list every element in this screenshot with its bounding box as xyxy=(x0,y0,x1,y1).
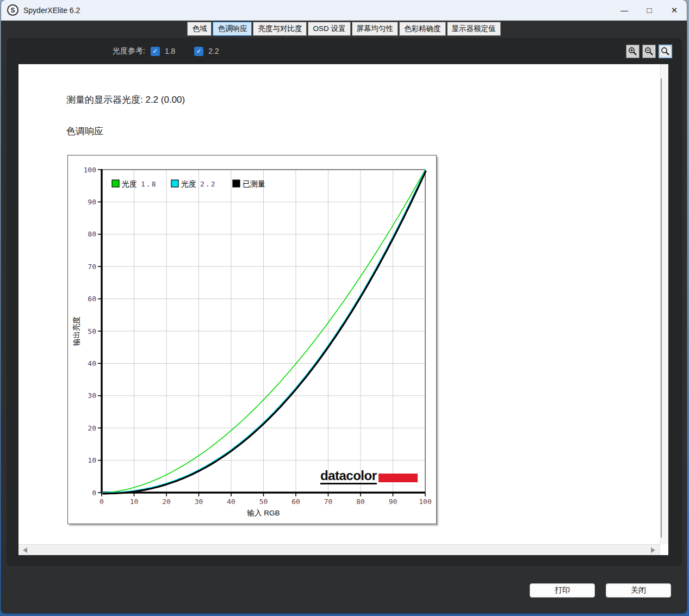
x-tick-label: 100 xyxy=(419,497,431,506)
x-tick-label: 60 xyxy=(291,497,300,506)
tone-response-chart: 0102030405060708090100010203040506070809… xyxy=(67,155,437,524)
measured-gamma-text: 测量的显示器光度: 2.2 (0.00) xyxy=(66,94,185,106)
print-button[interactable]: 打印 xyxy=(530,583,595,598)
x-tick-label: 90 xyxy=(389,497,398,506)
luminance-checkbox-label-1.8: 1.8 xyxy=(165,47,175,55)
legend-swatch-1 xyxy=(171,180,178,187)
vertical-scrollbar-thumb[interactable] xyxy=(661,78,662,538)
luminance-checkbox-2.2[interactable]: ✓ xyxy=(194,47,203,56)
window-controls: — □ ✕ xyxy=(612,0,687,20)
x-tick-label: 0 xyxy=(100,497,104,506)
app-window: S SpyderXElite 6.2 — □ ✕ 色域色调响应亮度与对比度OSD… xyxy=(1,0,687,613)
spyder-logo-icon: S xyxy=(7,4,18,16)
title-bar: S SpyderXElite 6.2 — □ ✕ xyxy=(1,0,687,21)
tab-2[interactable]: 亮度与对比度 xyxy=(253,22,307,36)
tab-0[interactable]: 色域 xyxy=(187,22,212,36)
x-tick-label: 40 xyxy=(227,497,235,506)
curve-2 xyxy=(102,171,426,494)
y-tick-label: 100 xyxy=(84,166,96,174)
legend-swatch-0 xyxy=(112,180,119,187)
zoom-button-group xyxy=(626,45,672,58)
maximize-button[interactable]: □ xyxy=(637,0,662,20)
vertical-scrollbar[interactable] xyxy=(660,64,668,544)
y-tick-label: 50 xyxy=(88,327,96,335)
zoom-out-icon xyxy=(644,47,654,56)
tab-3[interactable]: OSD 设置 xyxy=(308,22,350,36)
y-axis-title: 输出亮度 xyxy=(72,316,80,346)
datacolor-logo: datacolor xyxy=(320,469,418,484)
x-tick-label: 20 xyxy=(162,497,171,506)
luminance-checkbox-group: ✓1.8✓2.2 xyxy=(145,47,233,56)
toolbar: 光度参考: ✓1.8✓2.2 xyxy=(7,38,682,64)
scrollbar-corner xyxy=(660,544,668,555)
zoom-in-button[interactable] xyxy=(626,45,640,58)
close-button[interactable]: 关闭 xyxy=(606,583,671,598)
close-window-button[interactable]: ✕ xyxy=(662,0,687,20)
zoom-fit-icon xyxy=(661,47,670,56)
minimize-button[interactable]: — xyxy=(612,0,637,20)
y-tick-label: 70 xyxy=(88,263,96,271)
y-tick-label: 30 xyxy=(88,391,96,400)
x-tick-label: 70 xyxy=(324,497,333,506)
zoom-in-icon xyxy=(628,47,637,56)
zoom-out-button[interactable] xyxy=(642,45,656,58)
x-axis-title: 输入 RGB xyxy=(246,509,280,517)
tab-1[interactable]: 色调响应 xyxy=(213,22,252,36)
datacolor-red-bar-icon xyxy=(378,474,418,482)
x-tick-label: 30 xyxy=(195,497,203,506)
x-tick-label: 80 xyxy=(356,497,365,506)
window-title: SpyderXElite 6.2 xyxy=(23,6,80,15)
y-tick-label: 60 xyxy=(88,295,96,303)
y-tick-label: 10 xyxy=(88,456,96,464)
horizontal-scrollbar[interactable] xyxy=(18,544,668,555)
section-title: 色调响应 xyxy=(66,125,103,138)
legend-swatch-2 xyxy=(233,180,240,187)
legend-label-0: 光度1.8 xyxy=(122,179,157,188)
y-tick-label: 20 xyxy=(88,424,96,432)
y-tick-label: 0 xyxy=(92,489,96,497)
tab-bar: 色域色调响应亮度与对比度OSD 设置屏幕均匀性色彩精确度显示器额定值 xyxy=(1,22,687,36)
zoom-fit-button[interactable] xyxy=(659,45,672,58)
report-page: 测量的显示器光度: 2.2 (0.00) 色调响应 01020304050607… xyxy=(18,64,668,555)
luminance-checkbox-1.8[interactable]: ✓ xyxy=(151,47,160,56)
tab-6[interactable]: 显示器额定值 xyxy=(447,22,501,36)
tab-4[interactable]: 屏幕均匀性 xyxy=(352,22,399,36)
content-panel: 光度参考: ✓1.8✓2.2 测量的显示器光度: 2.2 (0.00) 色调响应… xyxy=(7,38,682,566)
scroll-right-arrow-icon[interactable] xyxy=(651,547,655,553)
y-tick-label: 80 xyxy=(88,230,96,238)
luminance-reference-label: 光度参考: xyxy=(113,46,145,56)
datacolor-wordmark: datacolor xyxy=(320,469,377,484)
y-tick-label: 40 xyxy=(88,359,96,368)
tab-5[interactable]: 色彩精确度 xyxy=(399,22,446,36)
legend-label-2: 已测量 xyxy=(243,179,265,188)
scroll-left-arrow-icon[interactable] xyxy=(23,547,27,553)
luminance-checkbox-label-2.2: 2.2 xyxy=(208,47,219,55)
x-tick-label: 10 xyxy=(130,497,139,506)
y-tick-label: 90 xyxy=(88,198,96,206)
x-tick-label: 50 xyxy=(259,497,268,506)
